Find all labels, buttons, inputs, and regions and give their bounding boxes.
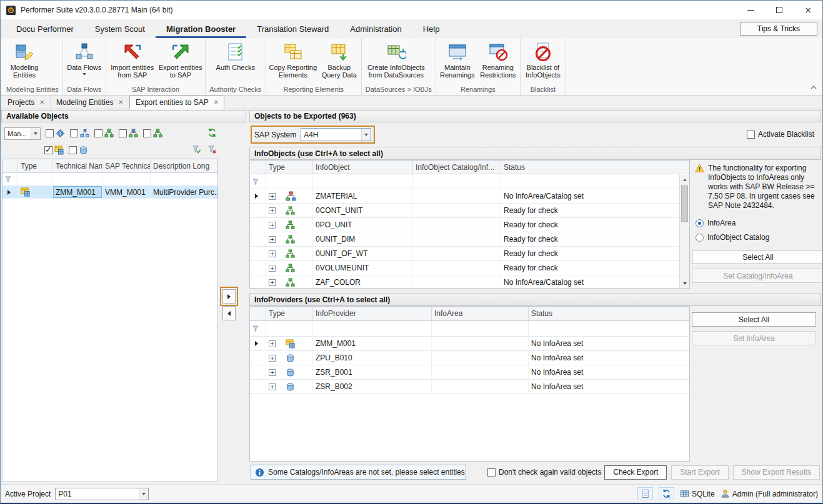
filter-cell-type[interactable] — [18, 173, 53, 185]
infoobject-filter-checkbox[interactable] — [46, 129, 54, 137]
log-document-button[interactable] — [637, 487, 653, 500]
expand-icon[interactable] — [269, 207, 276, 214]
expand-icon[interactable] — [269, 383, 276, 390]
infoobject-row[interactable]: 0PO_UNIT Ready for check — [250, 218, 679, 232]
filter-cell-technical-name[interactable] — [53, 173, 102, 185]
ribbon-button-backup-query-data[interactable]: Backup Query Data — [319, 39, 360, 85]
scroll-up-button[interactable] — [680, 175, 689, 184]
tab-projects[interactable]: Projects — [2, 96, 51, 109]
infoset-filter-checkbox[interactable] — [94, 129, 102, 137]
filter-icon-cell[interactable] — [2, 173, 18, 185]
ribbon-button-data-flows[interactable]: Data Flows — [64, 39, 104, 85]
ribbon-button-renaming-restrictions[interactable]: Renaming Restrictions — [477, 39, 519, 85]
infoprovider-row[interactable]: ZSR_B002 No InfoArea set — [250, 380, 689, 394]
ribbon-button-copy-reporting-elements[interactable]: Copy Reporting Elements — [267, 39, 319, 85]
start-export-button[interactable]: Start Export — [671, 465, 728, 480]
menu-item-system-scout[interactable]: System Scout — [84, 19, 156, 38]
column-header-type[interactable]: Type — [266, 161, 313, 174]
ribbon-button-export-entities[interactable]: Export entities to SAP — [157, 39, 204, 85]
available-object-row-zmm-m001[interactable]: ZMM_M001 VMM_M001 MultiProvider Purc... — [2, 186, 217, 199]
close-button[interactable] — [794, 1, 822, 19]
active-project-dropdown[interactable]: P01 — [55, 488, 149, 500]
menu-item-administration[interactable]: Administration — [339, 19, 412, 38]
ribbon-button-maintain-renamings[interactable]: Maintain Renamings — [437, 39, 477, 85]
filter-cell-type[interactable] — [266, 321, 313, 336]
ribbon-button-auth-checks[interactable]: Auth Checks — [207, 39, 264, 85]
infoobject-row[interactable]: ZAF_COLOR No InfoArea/Catalog set — [250, 275, 679, 289]
scroll-down-button[interactable] — [680, 279, 689, 288]
set-catalog-infoarea-button[interactable]: Set Catalog/InfoArea — [692, 269, 823, 283]
scrollbar-thumb[interactable] — [681, 185, 688, 222]
column-header-technical-name[interactable]: Technical Name — [53, 159, 102, 172]
expand-icon[interactable] — [269, 250, 276, 257]
maximize-button[interactable] — [765, 1, 794, 19]
infoobject-row[interactable]: 0UNIT_DIM Ready for check — [250, 232, 679, 247]
column-header-status[interactable]: Status — [501, 161, 689, 174]
multiprovider-filter-checkbox[interactable] — [44, 146, 52, 154]
tab-close-icon[interactable] — [118, 98, 123, 107]
column-header-status[interactable]: Status — [529, 307, 689, 320]
column-header-sap-technical-name[interactable]: SAP Technical Na... — [102, 159, 151, 172]
show-export-results-button[interactable]: Show Export Results — [733, 465, 820, 480]
menu-item-migration-booster[interactable]: Migration Booster — [156, 19, 246, 38]
dropdown-arrow-icon[interactable] — [139, 488, 148, 500]
filter-cell-type[interactable] — [266, 174, 313, 189]
column-header-type[interactable]: Type — [266, 307, 313, 320]
infoobject-catalog-radio[interactable] — [696, 234, 704, 242]
tab-close-icon[interactable] — [39, 98, 44, 107]
sync-button[interactable] — [659, 487, 674, 500]
column-header-description[interactable]: Description Long — [151, 159, 217, 172]
filter-cell-catalog[interactable] — [413, 174, 501, 189]
move-selected-right-button[interactable] — [222, 289, 236, 304]
ribbon-button-modeling-entities[interactable]: Modeling Entities — [4, 39, 45, 85]
move-selected-left-button[interactable] — [222, 306, 236, 320]
vertical-scrollbar[interactable] — [679, 175, 689, 288]
filter-icon-cell[interactable] — [250, 321, 266, 336]
refresh-objects-button[interactable] — [207, 128, 217, 139]
infoobject-row[interactable]: ZMATERIAL No InfoArea/Catalog set — [250, 189, 679, 204]
infoprovider-row[interactable]: ZSR_B001 No InfoArea set — [250, 365, 689, 380]
set-infoarea-button[interactable]: Set InfoArea — [692, 331, 816, 345]
ribbon-collapse-button[interactable] — [811, 82, 817, 91]
characteristic-filter-checkbox[interactable] — [143, 129, 151, 137]
adso-filter-checkbox[interactable] — [69, 146, 77, 154]
sap-system-dropdown[interactable]: A4H — [301, 128, 371, 141]
expand-icon[interactable] — [269, 340, 276, 347]
ribbon-button-import-entities[interactable]: Import entities from SAP — [107, 39, 157, 85]
column-header-infoprovider[interactable]: InfoProvider — [313, 307, 432, 320]
column-header-infoarea[interactable]: InfoArea — [432, 307, 529, 320]
expand-icon[interactable] — [269, 279, 276, 286]
infoprovider-row[interactable]: ZMM_M001 No InfoArea set — [250, 337, 689, 351]
menu-item-translation-steward[interactable]: Translation Steward — [246, 19, 339, 38]
filter-cell-status[interactable] — [501, 174, 679, 189]
filter-cell-infoprovider[interactable] — [313, 321, 432, 336]
apply-filter-button[interactable] — [192, 145, 201, 156]
column-header-infoobject[interactable]: InfoObject — [313, 161, 413, 174]
filter-cell-infoobject[interactable] — [313, 174, 413, 189]
tips-and-tricks-button[interactable]: Tips & Tricks — [740, 22, 817, 36]
object-type-filter-dropdown[interactable]: Man... — [4, 127, 41, 140]
column-header-catalog[interactable]: InfoObject Catalog/Inf... — [413, 161, 501, 174]
expand-icon[interactable] — [269, 222, 276, 229]
select-all-infoobjects-button[interactable]: Select All — [692, 250, 823, 264]
infoobject-row[interactable]: 0CONT_UNIT Ready for check — [250, 204, 679, 218]
expand-icon[interactable] — [269, 355, 276, 362]
check-export-button[interactable]: Check Export — [604, 465, 667, 480]
filter-cell-infoarea[interactable] — [432, 321, 529, 336]
ribbon-button-blacklist-infoobjects[interactable]: Blacklist of InfoObjects — [522, 39, 564, 85]
expand-icon[interactable] — [269, 193, 276, 200]
tab-export-entities-to-sap[interactable]: Export entities to SAP — [129, 96, 224, 109]
tab-modeling-entities[interactable]: Modeling Entities — [51, 96, 129, 109]
select-all-infoproviders-button[interactable]: Select All — [692, 312, 816, 327]
infoobject-row[interactable]: 0VOLUMEUNIT Ready for check — [250, 261, 679, 275]
infoobject-row[interactable]: 0UNIT_OF_WT Ready for check — [250, 247, 679, 261]
tab-close-icon[interactable] — [214, 98, 219, 107]
column-header-type[interactable]: Type — [18, 159, 53, 172]
expand-icon[interactable] — [269, 265, 276, 272]
activate-blacklist-checkbox[interactable] — [747, 131, 755, 139]
dropdown-arrow-icon[interactable] — [361, 129, 371, 141]
menu-item-help[interactable]: Help — [412, 19, 451, 38]
expand-icon[interactable] — [269, 369, 276, 376]
filter-cell-status[interactable] — [529, 321, 689, 336]
expand-icon[interactable] — [269, 236, 276, 243]
